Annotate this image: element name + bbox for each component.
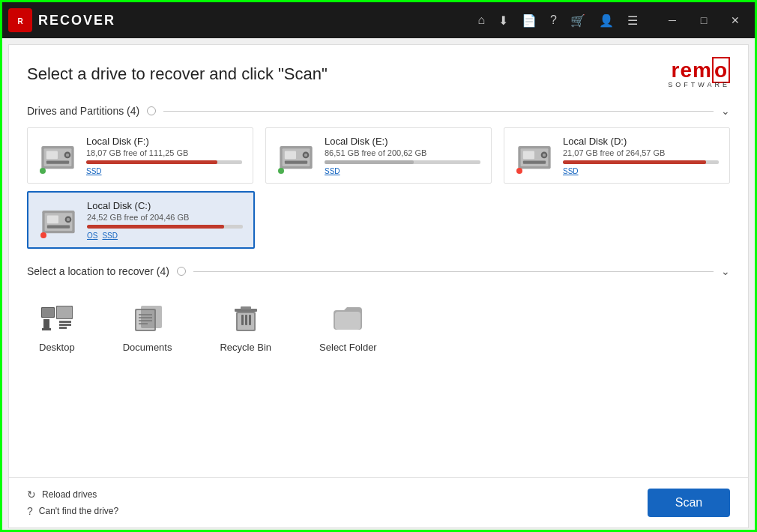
home-icon[interactable]: ⌂ [477,13,485,27]
footer: ↻ Reload drives ? Can't find the drive? … [9,477,748,528]
drive-tags-d: SSD [563,167,719,175]
drive-name-e: Local Disk (E:) [325,136,480,147]
remo-logo-text: remo [672,60,730,81]
drive-bar-fill-e [325,160,414,164]
drive-size-d: 21,07 GB free of 264,57 GB [563,148,719,157]
window-controls: ─ □ ✕ [659,10,749,31]
drives-section-header: Drives and Partitions (4) ⌄ [9,100,748,124]
drive-info-e: Local Disk (E:) 86,51 GB free of 200,62 … [325,136,480,175]
recycle-bin-icon [229,301,263,336]
svg-rect-41 [141,306,162,328]
svg-rect-27 [42,308,54,317]
remo-logo: remo SOFTWARE [668,60,730,88]
svg-rect-16 [523,151,534,159]
drive-size-e: 86,51 GB free of 200,62 GB [325,148,480,157]
drive-tag-ssd-f[interactable]: SSD [86,167,102,175]
app-icon: R [8,8,32,32]
drive-indicator-e [278,168,284,174]
location-documents[interactable]: Documents [111,295,184,359]
menu-icon[interactable]: ☰ [627,13,638,28]
drives-row-1: Local Disk (F:) 18,07 GB free of 111,25 … [9,124,748,188]
location-desktop[interactable]: Desktop [27,295,87,359]
location-section-line [193,271,714,272]
drive-card-c[interactable]: Local Disk (C:) 24,52 GB free of 204,46 … [27,191,255,249]
location-collapse-icon[interactable]: ⌄ [721,265,730,277]
main-content: Select a drive to recover and click "Sca… [8,44,749,528]
documents-label: Documents [123,342,172,353]
reload-icon: ↻ [27,489,36,501]
close-button[interactable]: ✕ [722,10,749,31]
app-title: RECOVER [38,13,115,28]
scan-button[interactable]: Scan [648,489,730,517]
file-icon[interactable]: 📄 [522,13,537,28]
svg-rect-5 [46,160,69,163]
location-select-folder[interactable]: Select Folder [307,295,389,359]
reload-drives-link[interactable]: ↻ Reload drives [27,489,118,501]
locations-area: Desktop Documents [9,285,748,366]
drives-collapse-icon[interactable]: ⌄ [721,105,730,117]
section-dot [147,106,156,115]
drive-tags-f: SSD [86,167,242,175]
drive-card-f[interactable]: Local Disk (F:) 18,07 GB free of 111,25 … [27,127,253,184]
svg-rect-29 [42,328,51,330]
drive-name-c: Local Disk (C:) [87,200,243,211]
drive-icon-e [277,136,316,175]
drive-bar-bg-c [87,225,243,229]
download-icon[interactable]: ⬇ [498,13,508,28]
maximize-button[interactable]: □ [690,10,717,31]
svg-rect-4 [46,151,58,159]
select-folder-label: Select Folder [319,342,377,353]
drive-indicator-f [40,168,46,174]
drive-tag-ssd-c[interactable]: SSD [102,232,118,240]
drive-info-f: Local Disk (F:) 18,07 GB free of 111,25 … [86,136,242,175]
cant-find-link[interactable]: ? Can't find the drive? [27,505,118,517]
drives-section-title: Drives and Partitions (4) [27,105,139,117]
desktop-icon [40,301,74,336]
desktop-label: Desktop [39,342,75,353]
drive-name-f: Local Disk (F:) [86,136,242,147]
minimize-button[interactable]: ─ [659,10,686,31]
svg-point-13 [304,153,307,156]
user-icon[interactable]: 👤 [599,13,614,28]
drive-bar-fill-c [87,225,224,229]
drives-row-c: Local Disk (C:) 24,52 GB free of 204,46 … [9,188,748,253]
svg-rect-28 [43,319,49,328]
help-icon[interactable]: ? [550,13,557,27]
svg-rect-34 [59,327,67,329]
location-section-dot [177,267,186,276]
cart-icon[interactable]: 🛒 [570,13,585,28]
drive-indicator-c [40,232,46,238]
documents-icon [130,301,165,336]
svg-rect-32 [59,321,71,323]
drive-name-d: Local Disk (D:) [563,136,719,147]
titlebar: R RECOVER ⌂ ⬇ 📄 ? 🛒 👤 ☰ ─ □ ✕ [2,2,755,38]
drive-icon-f [38,136,77,175]
svg-rect-22 [47,215,58,223]
drive-bar-fill-f [86,160,217,164]
location-recycle-bin[interactable]: Recycle Bin [208,295,283,359]
svg-rect-46 [249,315,251,325]
location-section-title: Select a location to recover (4) [27,265,169,277]
svg-rect-17 [523,160,546,163]
drive-bar-fill-d [563,160,706,164]
drive-bar-bg-d [563,160,719,164]
location-section-header: Select a location to recover (4) ⌄ [9,261,748,285]
drive-tag-ssd-e[interactable]: SSD [325,167,340,175]
svg-point-19 [543,153,546,156]
drive-card-d[interactable]: Local Disk (D:) 21,07 GB free of 264,57 … [504,127,730,184]
svg-rect-31 [57,306,72,318]
svg-point-25 [67,217,70,220]
drive-card-e[interactable]: Local Disk (E:) 86,51 GB free of 200,62 … [265,127,492,184]
drive-tag-os-c[interactable]: OS [87,232,97,240]
page-title: Select a drive to recover and click "Sca… [27,64,328,84]
recycle-bin-label: Recycle Bin [220,342,271,353]
drive-tags-e: SSD [325,167,480,175]
drive-icon-c [39,201,78,240]
drive-tag-ssd-d[interactable]: SSD [563,167,579,175]
drive-tags-c: OS SSD [87,232,243,240]
svg-rect-45 [245,315,247,325]
select-folder-icon [331,301,365,336]
svg-rect-11 [285,160,307,163]
header-area: Select a drive to recover and click "Sca… [9,45,748,100]
toolbar-icons: ⌂ ⬇ 📄 ? 🛒 👤 ☰ ─ □ ✕ [477,10,749,31]
